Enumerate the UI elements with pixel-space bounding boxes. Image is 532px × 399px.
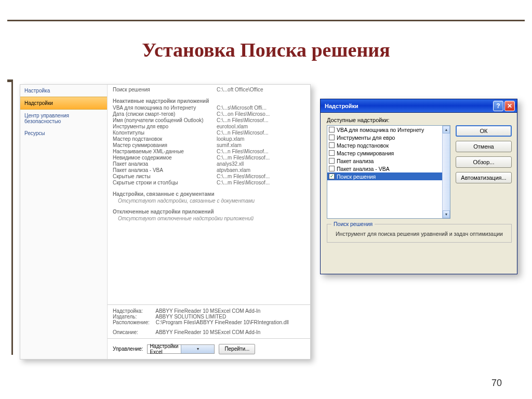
slide-top-rule (7, 20, 525, 21)
addin-path: C:\...m Files\Microsof... (217, 174, 307, 180)
addin-name: Мастер подстановок (113, 136, 217, 142)
detail-addin-label: Надстройка: (113, 308, 154, 314)
addin-name: Настраиваемые XML-данные (113, 149, 217, 155)
chevron-down-icon: ▾ (181, 345, 215, 353)
addin-row[interactable]: Пакет анализаanalys32.xll (113, 161, 307, 167)
addin-name: Поиск решения (113, 87, 217, 93)
checkbox-icon[interactable]: ✓ (329, 174, 335, 179)
detail-addin-value: ABBYY FineReader 10 MSExcel COM Add-In (155, 308, 260, 314)
sidebar-item-nastroyka[interactable]: Настройка (20, 85, 107, 97)
options-sidebar: Настройка Надстройки Центр управления бе… (20, 85, 108, 359)
sidebar-item-resources[interactable]: Ресурсы (20, 127, 107, 139)
addin-name: Инструменты для евро (113, 124, 217, 130)
checkbox-icon[interactable] (329, 135, 335, 140)
deco-rule (7, 81, 11, 82)
ok-button[interactable]: ОК (456, 125, 512, 137)
list-item-label: Пакет анализа (337, 158, 374, 164)
list-item[interactable]: Мастер подстановок (327, 141, 450, 149)
addin-row[interactable]: Настраиваемые XML-данныеC:\...n Files\Mi… (113, 149, 307, 155)
document-none: Отсутствуют надстройки, связанные с доку… (118, 198, 307, 204)
scroll-down-icon[interactable]: ▾ (443, 210, 450, 218)
list-item[interactable]: Мастер суммирования (327, 149, 450, 157)
list-item[interactable]: Пакет анализа (327, 157, 450, 165)
addin-row[interactable]: Инструменты для евроeurotool.xlam (113, 124, 307, 130)
addin-row[interactable]: Скрытые листыC:\...m Files\Microsof... (113, 174, 307, 180)
detail-location-value: C:\Program Files\ABBYY FineReader 10\FRI… (156, 320, 289, 325)
checkbox-icon[interactable] (329, 166, 335, 171)
addin-name: Скрытые листы (113, 174, 217, 180)
close-icon[interactable]: ✕ (504, 101, 515, 111)
dialog-titlebar[interactable]: Надстройки ? ✕ (321, 99, 517, 113)
addin-path: lookup.xlam (217, 136, 307, 142)
scroll-up-icon[interactable]: ▴ (443, 126, 450, 134)
sidebar-item-trust[interactable]: Центр управления безопасностью (20, 110, 107, 127)
list-item[interactable]: Пакет анализа - VBA (327, 165, 450, 172)
list-item-label: VBA для помощника по Интернету (337, 127, 424, 133)
checkbox-icon[interactable] (329, 127, 335, 132)
group-description: Инструмент для поиска решения уравнений … (331, 231, 507, 237)
addin-row[interactable]: КолонтитулыC:\...n Files\Microsof... (113, 130, 307, 136)
section-document: Надстройки, связанные с документами (113, 191, 307, 197)
automation-button[interactable]: Автоматизация... (456, 172, 512, 183)
options-bottom-bar: Управление: Надстройки Excel ▾ Перейти..… (108, 338, 310, 359)
addin-details: Надстройка: ABBYY FineReader 10 MSExcel … (108, 304, 310, 338)
addin-row[interactable]: Мастер подстановокlookup.xlam (113, 136, 307, 142)
addin-path: C:\...n Files\Microsof... (217, 149, 307, 155)
addin-row[interactable]: VBA для помощника по ИнтернетуC:\...s\Mi… (113, 105, 307, 111)
go-button[interactable]: Перейти... (219, 344, 255, 354)
addin-name: Мастер суммирования (113, 142, 217, 149)
detail-location-label: Расположение: (113, 320, 154, 325)
manage-label: Управление: (113, 346, 143, 352)
addin-name: Пакет анализа (113, 161, 217, 167)
manage-combo[interactable]: Надстройки Excel ▾ (147, 344, 215, 354)
options-window: Настройка Надстройки Центр управления бе… (20, 84, 311, 360)
addin-row[interactable]: Мастер суммированияsumif.xlam (113, 142, 307, 149)
addin-row[interactable]: Пакет анализа - VBAatpvbaen.xlam (113, 167, 307, 174)
addin-row[interactable]: Скрытые строки и столбцыC:\...m Files\Mi… (113, 180, 307, 186)
scrollbar[interactable]: ▴ ▾ (442, 126, 450, 218)
checkbox-icon[interactable] (329, 158, 335, 164)
list-item[interactable]: VBA для помощника по Интернету (327, 126, 450, 134)
group-legend: Поиск решения (331, 221, 375, 227)
manage-combo-value: Надстройки Excel (148, 343, 181, 355)
help-icon[interactable]: ? (493, 101, 503, 111)
list-item-label: Мастер суммирования (337, 150, 394, 156)
addins-dialog: Надстройки ? ✕ ДДоступные надстройки:ост… (320, 99, 517, 274)
list-item[interactable]: ✓Поиск решения (327, 172, 450, 180)
checkbox-icon[interactable] (329, 150, 335, 156)
checkbox-icon[interactable] (329, 142, 335, 148)
addin-name: Колонтитулы (113, 130, 217, 136)
addin-name: Имя (получатели сообщений Outlook) (113, 117, 217, 124)
addin-path: analys32.xll (217, 161, 307, 167)
list-item-label: Пакет анализа - VBA (337, 166, 390, 172)
addin-row[interactable]: Поиск решения C:\...oft Office\Office (113, 87, 307, 93)
disabled-none: Отсутствуют отключенные надстройки прило… (118, 216, 307, 221)
addin-name: Дата (списки смарт-тегов) (113, 111, 217, 117)
deco-rule (11, 79, 13, 355)
addins-listbox[interactable]: VBA для помощника по Интернету Инструмен… (327, 125, 450, 219)
addin-path: C:\...s\Microsoft Offi... (217, 105, 307, 111)
slide-title: Установка Поиска решения (0, 38, 532, 61)
addin-path: C:\...n Files\Microsof... (217, 130, 307, 136)
addin-row[interactable]: Имя (получатели сообщений Outlook)C:\...… (113, 117, 307, 124)
addin-row[interactable]: Невидимое содержимоеC:\...m Files\Micros… (113, 155, 307, 161)
list-item-label: Инструменты для евро (337, 135, 395, 141)
detail-publisher-label: Издатель: (113, 314, 154, 320)
detail-desc-value: ABBYY FineReader 10 MSExcel COM Add-In (155, 329, 260, 335)
addin-name: Пакет анализа - VBA (113, 167, 217, 174)
addin-path: C:\...on Files\Microso... (217, 111, 307, 117)
addin-path: C:\...oft Office\Office (217, 87, 307, 93)
addin-name: Невидимое содержимое (113, 155, 217, 161)
addin-path: C:\...n Files\Microsof... (217, 117, 307, 124)
available-label: ДДоступные надстройки:оступные надстройк… (327, 117, 512, 123)
sidebar-item-nadstroyki[interactable]: Надстройки (20, 97, 107, 110)
cancel-button[interactable]: Отмена (456, 141, 512, 152)
addin-row[interactable]: Дата (списки смарт-тегов)C:\...on Files\… (113, 111, 307, 117)
browse-button[interactable]: Обзор... (456, 156, 512, 168)
addin-name: VBA для помощника по Интернету (113, 105, 217, 111)
addin-path: C:\...m Files\Microsof... (217, 180, 307, 186)
list-item[interactable]: Инструменты для евро (327, 134, 450, 141)
section-inactive: Неактивные надстройки приложений (113, 98, 307, 104)
detail-publisher-value: ABBYY SOLUTIONS LIMITED (155, 314, 226, 320)
list-item-label: Поиск решения (337, 174, 376, 180)
